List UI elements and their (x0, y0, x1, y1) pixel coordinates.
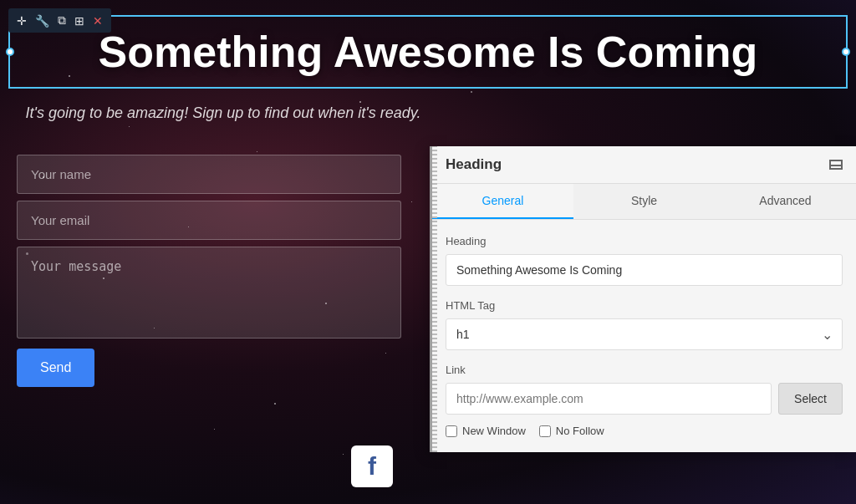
resize-handle-right[interactable] (842, 48, 850, 56)
tab-advanced[interactable]: Advanced (715, 184, 856, 219)
contact-form: Send (17, 155, 401, 387)
tab-general[interactable]: General (432, 184, 573, 219)
new-window-label[interactable]: New Window (446, 425, 526, 437)
message-input[interactable] (17, 247, 401, 339)
panel-title: Heading (446, 156, 502, 173)
move-icon[interactable]: ✛ (17, 14, 27, 28)
select-button[interactable]: Select (778, 383, 843, 415)
html-tag-select[interactable]: h1 h2 h3 h4 h5 h6 div span p (446, 318, 843, 350)
heading-value-input[interactable] (446, 254, 843, 286)
tab-style[interactable]: Style (573, 184, 715, 219)
email-input[interactable] (17, 201, 401, 240)
minimize-button[interactable] (829, 160, 843, 170)
heading-settings-panel: Heading General Style Advanced Heading H… (430, 146, 856, 452)
facebook-icon[interactable]: f (351, 445, 393, 487)
no-follow-text: No Follow (556, 425, 604, 437)
new-window-text: New Window (462, 425, 526, 437)
element-toolbar: ✛ 🔧 ⧉ ⊞ ✕ (8, 8, 111, 33)
html-tag-field-label: HTML Tag (446, 299, 843, 312)
panel-header: Heading (432, 146, 856, 184)
wrench-icon[interactable]: 🔧 (35, 14, 49, 28)
panel-tabs: General Style Advanced (432, 184, 856, 220)
name-input[interactable] (17, 155, 401, 194)
no-follow-checkbox[interactable] (539, 425, 551, 437)
checkbox-row: New Window No Follow (446, 425, 843, 437)
resize-handle-left[interactable] (6, 48, 14, 56)
heading-field-label: Heading (446, 235, 843, 247)
new-window-checkbox[interactable] (446, 425, 457, 437)
html-tag-select-wrapper: h1 h2 h3 h4 h5 h6 div span p ⌄ (446, 318, 843, 350)
page-content: ✛ 🔧 ⧉ ⊞ ✕ Something Awesome Is Coming It… (0, 0, 856, 504)
main-heading: Something Awesome Is Coming (13, 23, 843, 80)
no-follow-label[interactable]: No Follow (539, 425, 604, 437)
grid-icon[interactable]: ⊞ (74, 14, 84, 28)
copy-icon[interactable]: ⧉ (58, 13, 66, 28)
send-button[interactable]: Send (17, 349, 94, 387)
panel-drag-handle[interactable] (432, 146, 437, 452)
panel-body: Heading HTML Tag h1 h2 h3 h4 h5 h6 div s… (432, 220, 856, 452)
link-row: Select (446, 383, 843, 415)
subtitle-text: It's going to be amazing! Sign up to fin… (0, 104, 446, 122)
link-field-label: Link (446, 364, 843, 376)
link-input[interactable] (446, 383, 772, 415)
heading-element: Something Awesome Is Coming (8, 15, 848, 89)
close-icon[interactable]: ✕ (93, 14, 103, 28)
